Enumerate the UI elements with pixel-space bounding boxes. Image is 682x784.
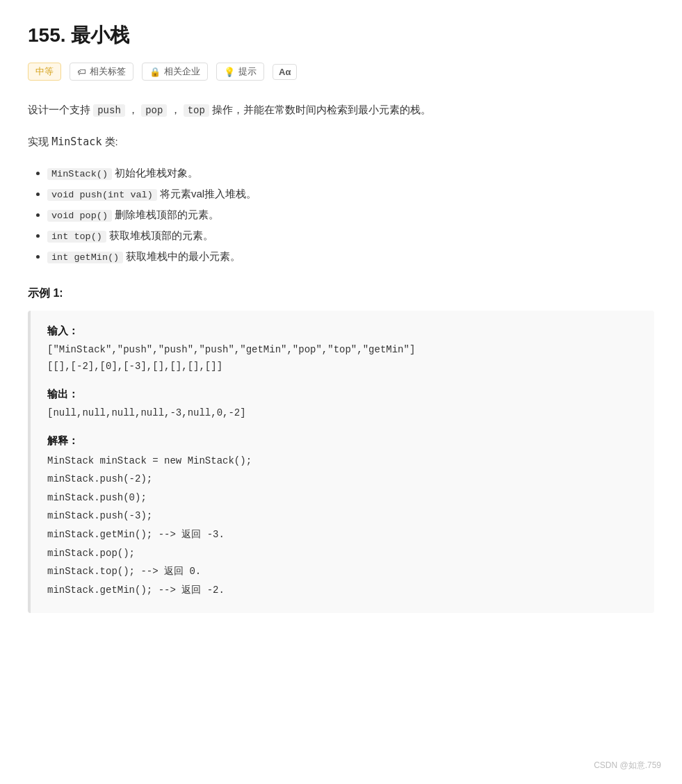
tags-row: 中等 🏷 相关标签 🔒 相关企业 💡 提示 Aα [28, 63, 654, 81]
explain-line-4: minStack.getMin(); --> 返回 -3. [47, 525, 638, 544]
output-code: [null,null,null,null,-3,null,0,-2] [47, 405, 638, 422]
code-pop: pop [141, 104, 167, 117]
tag-related-companies[interactable]: 🔒 相关企业 [142, 63, 208, 81]
code-minstack-class: MinStack [51, 136, 102, 148]
implement-text: 实现 MinStack 类: [28, 132, 654, 152]
explain-line-3: minStack.push(-3); [47, 507, 638, 525]
input-line1: ["MinStack","push","push","push","getMin… [47, 342, 638, 359]
list-item: MinStack() 初始化堆栈对象。 [47, 163, 654, 183]
method-code-0: MinStack() [47, 168, 112, 180]
method-code-4: int getMin() [47, 252, 123, 263]
footer-note: CSDN @如意.759 [594, 760, 661, 771]
method-code-2: void pop() [47, 210, 112, 222]
example-box: 输入： ["MinStack","push","push","push","ge… [28, 311, 654, 613]
lock-icon: 🔒 [149, 67, 161, 77]
input-code: ["MinStack","push","push","push","getMin… [47, 342, 638, 375]
explanation-code: MinStack minStack = new MinStack(); minS… [47, 452, 638, 600]
list-item: int getMin() 获取堆栈中的最小元素。 [47, 246, 654, 267]
methods-list: MinStack() 初始化堆栈对象。 void push(int val) 将… [28, 163, 654, 267]
tag-font-size[interactable]: Aα [273, 64, 297, 80]
tag-icon: 🏷 [77, 67, 86, 77]
explain-line-6: minStack.top(); --> 返回 0. [47, 562, 638, 581]
tag-hint[interactable]: 💡 提示 [216, 63, 264, 81]
page-title: 155. 最小栈 [28, 22, 654, 49]
list-item: void pop() 删除堆栈顶部的元素。 [47, 204, 654, 225]
code-push: push [93, 104, 125, 117]
method-desc-0: 初始化堆栈对象。 [115, 167, 198, 179]
list-item: void push(int val) 将元素val推入堆栈。 [47, 183, 654, 204]
code-top: top [184, 104, 209, 117]
lightbulb-icon: 💡 [224, 67, 235, 77]
explain-line-2: minStack.push(0); [47, 489, 638, 507]
method-desc-3: 获取堆栈顶部的元素。 [109, 229, 213, 241]
description-text: 设计一个支持 push ， pop ， top 操作，并能在常数时间内检索到最小… [28, 100, 654, 120]
explain-line-7: minStack.getMin(); --> 返回 -2. [47, 581, 638, 600]
method-code-3: int top() [47, 231, 106, 243]
explain-line-1: minStack.push(-2); [47, 470, 638, 489]
explain-label: 解释： [47, 434, 638, 448]
method-desc-2: 删除堆栈顶部的元素。 [115, 209, 219, 220]
explain-line-0: MinStack minStack = new MinStack(); [47, 452, 638, 471]
tag-related-labels[interactable]: 🏷 相关标签 [70, 63, 133, 81]
output-label: 输出： [47, 388, 638, 401]
input-line2: [[],[-2],[0],[-3],[],[],[],[]] [47, 359, 638, 375]
output-value: [null,null,null,null,-3,null,0,-2] [47, 405, 638, 422]
method-code-1: void push(int val) [47, 189, 157, 201]
method-desc-1: 将元素val推入堆栈。 [160, 188, 257, 199]
method-desc-4: 获取堆栈中的最小元素。 [126, 250, 241, 262]
example-title: 示例 1: [28, 286, 654, 301]
explain-line-5: minStack.pop(); [47, 544, 638, 563]
input-label: 输入： [47, 325, 638, 338]
tag-difficulty[interactable]: 中等 [28, 63, 61, 81]
list-item: int top() 获取堆栈顶部的元素。 [47, 225, 654, 246]
